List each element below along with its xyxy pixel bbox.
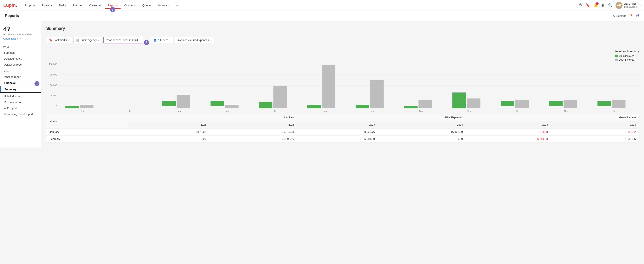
svg-rect-26 <box>564 100 577 108</box>
nav-item-contacts[interactable]: Contacts <box>121 2 138 9</box>
x-axis-labels: Jan Feb Mar Apr May Jun Jul Aug Sep Oct … <box>58 109 639 112</box>
svg-rect-13 <box>259 102 272 108</box>
open-library-link[interactable]: Open library → <box>3 37 38 40</box>
svg-rect-20 <box>418 100 432 108</box>
bookmark-icon[interactable]: 🔖 <box>586 3 590 8</box>
svg-rect-28 <box>612 100 626 108</box>
chart-title: Invoices Summary <box>615 50 639 53</box>
user-name: Amy Hart <box>624 3 638 6</box>
svg-rect-21 <box>452 92 466 108</box>
nav-item-planner[interactable]: Planner <box>70 2 86 9</box>
col-month: Month <box>46 114 128 128</box>
timer-icon[interactable]: ⏱ <box>578 3 583 8</box>
col-2023-inv: 2023 <box>128 121 209 128</box>
svg-rect-23 <box>501 101 514 106</box>
col-gross: Gross income <box>466 114 639 121</box>
bills-2024-feb: 0.00 <box>378 136 466 143</box>
top-navigation: Lupin. Projects Pipeline Tasks Planner C… <box>0 0 644 11</box>
legend-dot-gray <box>615 59 618 61</box>
col-2024-bills: 2024 <box>378 121 466 128</box>
svg-rect-6 <box>80 105 94 108</box>
svg-rect-27 <box>597 101 611 106</box>
gross-2024-jan: -1,383.92 <box>551 128 639 136</box>
sidebar-item-detailed-fin[interactable]: Detailed report <box>0 93 41 99</box>
bookmark-filter-icon: 🔖 <box>49 39 52 42</box>
users-chevron: ▾ <box>169 39 170 41</box>
legend-dot-green <box>615 55 618 57</box>
inv-2023-feb: 0.00 <box>128 136 209 143</box>
step-badge-3: 3 <box>144 40 149 45</box>
y-axis: 100,000 75,000 50,000 25,000 0 <box>46 63 58 112</box>
user-icon: 👤 <box>153 39 157 42</box>
nav-item-more[interactable]: ··· <box>172 2 181 9</box>
svg-rect-24 <box>515 100 529 108</box>
app-logo[interactable]: Lupin. <box>3 3 17 8</box>
col-bills: Bills/Expenses <box>297 114 466 121</box>
stat-label: report templates available <box>3 33 38 36</box>
sidebar-item-utilization[interactable]: Utilization report <box>0 62 41 68</box>
stat-number: 47 <box>3 25 38 33</box>
svg-rect-15 <box>307 105 321 108</box>
settings-button[interactable]: ⚙ Settings <box>613 14 626 17</box>
sidebar-item-detailed-report[interactable]: Detailed report <box>0 56 41 62</box>
gross-2023-jan: -841.68 <box>466 128 551 136</box>
bills-2023-feb: 5,081.50 <box>297 136 378 143</box>
notification-badge: 1 <box>596 2 598 5</box>
users-filter[interactable]: 👤 All users ▾ <box>151 37 173 43</box>
sidebar-item-summary-financial[interactable]: Summary <box>0 86 41 92</box>
chart-header: Invoices Summary 2023 invoices 2024 invo… <box>46 50 639 61</box>
sidebar-item-pipeline-report[interactable]: Pipeline report <box>0 74 41 80</box>
svg-rect-12 <box>225 105 238 108</box>
sidebar-item-wip[interactable]: WIP report <box>0 105 41 111</box>
bills-2024-jan: 16,461.20 <box>378 128 466 136</box>
avatar: AH <box>616 2 622 9</box>
page-title: Reports <box>5 14 19 18</box>
table-row: February 0.00 31,692.56 5,081.50 0.00 -5… <box>46 136 639 143</box>
svg-rect-16 <box>322 65 336 108</box>
sidebar-item-accounting-object[interactable]: Accounting object report <box>0 111 41 117</box>
chart-with-axis: 100,000 75,000 50,000 25,000 0 <box>46 63 639 112</box>
svg-rect-18 <box>370 80 384 108</box>
col-invoices: Invoices <box>128 114 297 121</box>
inv-2024-jan: 15,077.28 <box>209 128 297 136</box>
report-type-filter[interactable]: Invoices vs Bills/Expenses ▾ <box>174 37 214 43</box>
month-january: January <box>46 128 128 136</box>
gross-2024-feb: 31,692.56 <box>551 136 639 143</box>
nav-item-projects[interactable]: Projects <box>22 2 38 9</box>
bookmarks-filter[interactable]: 🔖 Bookmarks ▾ <box>46 37 72 43</box>
svg-rect-10 <box>177 95 190 108</box>
user-menu[interactable]: AH Amy Hart Lupin Agency ▾ <box>616 2 641 9</box>
sidebar-stat: 47 report templates available Open libra… <box>0 25 41 43</box>
nav-item-calendar[interactable]: Calendar <box>86 2 104 9</box>
sidebar-item-revenue[interactable]: Revenue report <box>0 99 41 105</box>
svg-rect-19 <box>404 106 418 108</box>
nav-item-tasks[interactable]: Tasks <box>56 2 69 9</box>
nav-item-pipeline[interactable]: Pipeline <box>39 2 55 9</box>
search-icon[interactable]: 🔍 <box>608 3 613 8</box>
add-icon[interactable]: ⊕ <box>601 3 605 8</box>
help-button[interactable]: ❓ Help <box>629 14 639 17</box>
nav-item-reports[interactable]: Reports 1 <box>105 2 120 9</box>
col-2024-inv: 2024 <box>209 121 297 128</box>
sidebar-section-work: Work <box>0 43 41 50</box>
month-february: February <box>46 136 128 143</box>
bills-2023-jan: 9,020.76 <box>297 128 378 136</box>
agency-chevron: ▾ <box>98 39 99 41</box>
nav-right-actions: ⏱ 🔖 🔔 1 ⊕ 🔍 AH Amy Hart Lupin Agency ▾ <box>578 2 641 9</box>
sidebar: 47 report templates available Open libra… <box>0 21 41 148</box>
svg-rect-22 <box>467 98 480 108</box>
legend-item-2024: 2024 invoices <box>615 58 639 61</box>
gear-icon: ⚙ <box>613 14 616 17</box>
sidebar-item-summary-work[interactable]: Summary <box>0 50 41 56</box>
col-2024-gross: 2024 <box>551 121 639 128</box>
inv-2023-jan: 8,179.08 <box>128 128 209 136</box>
year-chevron: ▾ <box>139 39 140 41</box>
agency-filter[interactable]: 🏢 Lupin Agency ▾ <box>74 37 102 43</box>
legend-item-2023: 2023 invoices <box>615 55 639 58</box>
year-filter[interactable]: Year 1: 2023, Year 2: 2024 ▾ <box>104 37 143 43</box>
nav-item-invoices[interactable]: Invoices <box>156 2 172 9</box>
col-2023-gross: 2023 <box>466 121 551 128</box>
notifications-icon[interactable]: 🔔 1 <box>593 3 598 8</box>
bookmarks-chevron: ▾ <box>68 39 69 41</box>
nav-item-quotes[interactable]: Quotes <box>140 2 154 9</box>
